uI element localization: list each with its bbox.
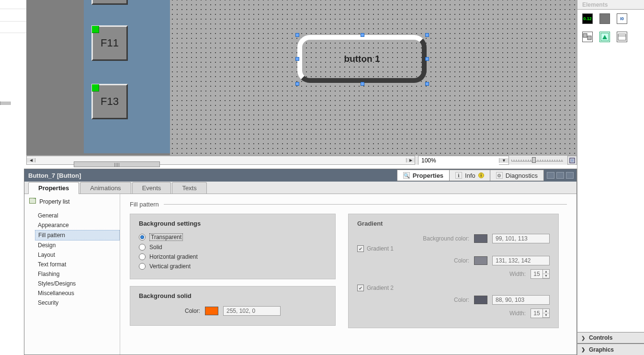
fkey-f11[interactable]: F11 <box>91 25 128 61</box>
toolbox-heading[interactable]: Elements <box>577 0 644 10</box>
panel-layout-1[interactable] <box>547 172 554 179</box>
left-ruler <box>0 0 26 153</box>
zoom-slider[interactable] <box>509 156 565 165</box>
canvas-bottom-bar: ◀ ▶ ▼ <box>26 155 577 165</box>
diagnostics-icon: ⚙ <box>496 172 503 179</box>
subtab-texts[interactable]: Texts <box>172 182 206 194</box>
tab-label: Properties <box>413 172 443 179</box>
toolbox-section-controls[interactable]: ❯ Controls <box>577 332 644 344</box>
g2-color-value[interactable]: 88, 90, 103 <box>492 295 550 305</box>
hscroll-thumb[interactable] <box>74 161 160 167</box>
tool-io-field-icon[interactable]: I0 <box>617 13 627 24</box>
subtab-events[interactable]: Events <box>132 182 171 194</box>
zoom-fit-button[interactable] <box>567 156 577 165</box>
zoom-dropdown-icon[interactable]: ▼ <box>499 158 508 163</box>
canvas-hscroll[interactable]: ◀ ▶ <box>26 156 415 165</box>
svg-rect-1 <box>571 159 574 162</box>
tree-item-general[interactable]: General <box>35 211 120 220</box>
bgcolor-label: Background color: <box>423 235 469 242</box>
panel-window-buttons <box>544 172 576 179</box>
g1-color-label: Color: <box>454 257 469 264</box>
fkey-label: F11 <box>101 37 119 49</box>
subtab-label: Animations <box>90 184 121 192</box>
g2-width-spin[interactable]: 15 ▲▼ <box>531 309 550 318</box>
subtab-label: Texts <box>182 184 196 192</box>
g2-color-label: Color: <box>454 297 469 303</box>
resize-handle-s[interactable] <box>361 82 364 86</box>
fkey-indicator <box>92 84 99 92</box>
g1-color-swatch[interactable] <box>474 256 487 265</box>
tree-item-mi-cellaneou-[interactable]: Miscellaneous <box>35 288 120 298</box>
tree-item-fill pattern[interactable]: Fill pattern <box>35 230 120 240</box>
g1-color-value[interactable]: 131, 132, 142 <box>492 256 550 265</box>
zoom-knob[interactable] <box>532 157 536 163</box>
gradient2-checkbox[interactable]: ✔ <box>357 285 364 291</box>
tree-item--ecurity[interactable]: Security <box>35 298 120 308</box>
hscroll-right[interactable]: ▶ <box>406 158 415 162</box>
subtab-animations[interactable]: Animations <box>80 182 131 194</box>
spin-up-icon[interactable]: ▲ <box>543 270 549 274</box>
subtab-properties[interactable]: Properties <box>28 182 79 194</box>
gradient1-checkbox[interactable]: ✔ <box>357 245 364 252</box>
resize-handle-e[interactable] <box>425 57 429 61</box>
radio-label: Solid <box>149 244 162 251</box>
fkey[interactable] <box>91 0 128 5</box>
resize-handle-n[interactable] <box>361 33 364 37</box>
solid-color-value[interactable]: 255, 102, 0 <box>223 306 281 316</box>
bg-option-transparent[interactable]: Transparent <box>139 232 327 242</box>
tree-item--tyle-de-ign-[interactable]: Styles/Designs <box>35 279 120 288</box>
bg-option-horizontal gradient[interactable]: Horizontal gradient <box>139 252 327 262</box>
g2-color-swatch[interactable] <box>474 296 487 304</box>
resize-handle-sw[interactable] <box>295 82 299 86</box>
property-list-icon <box>29 198 36 204</box>
bg-option-vertical gradient[interactable]: Vertical gradient <box>139 262 327 271</box>
tree-item-de-ign[interactable]: Design <box>35 240 120 250</box>
resize-handle-se[interactable] <box>425 82 429 86</box>
tree-item-text format[interactable]: Text format <box>35 260 120 269</box>
tree-item-layout[interactable]: Layout <box>35 250 120 260</box>
zoom-combo[interactable]: ▼ <box>418 156 509 165</box>
tool-graphic-io-icon[interactable] <box>599 32 610 42</box>
selection-group[interactable]: button 1 <box>290 31 436 89</box>
property-subtabs: Properties Animations Events Texts <box>24 182 576 194</box>
bg-option-solid[interactable]: Solid <box>139 242 327 252</box>
svg-rect-5 <box>618 34 626 40</box>
radio-icon <box>139 244 146 251</box>
resize-handle-nw[interactable] <box>295 33 299 37</box>
toolbox-heading-label: Elements <box>582 1 608 8</box>
tree-item-fla-hing[interactable]: Flashing <box>35 269 120 279</box>
canvas[interactable]: F11 F13 button 1 <box>26 0 577 155</box>
tab-properties[interactable]: 🔍 Properties <box>397 170 450 181</box>
tab-info[interactable]: ℹ Info i <box>449 170 490 181</box>
grad-bgcolor-value[interactable]: 99, 101, 113 <box>492 234 550 243</box>
tree-item-appearance[interactable]: Appearance <box>35 220 120 230</box>
resize-handle-w[interactable] <box>295 57 299 61</box>
solid-color-swatch[interactable] <box>205 307 218 315</box>
fkey-indicator <box>92 26 99 33</box>
panel-collapse[interactable] <box>566 172 574 179</box>
button-1[interactable]: button 1 <box>297 35 427 83</box>
g1-width-spin[interactable]: 15 ▲▼ <box>531 269 550 279</box>
group-title: Background settings <box>139 220 327 227</box>
color-label: Color: <box>185 308 200 314</box>
tool-button-icon[interactable] <box>599 13 610 24</box>
tool-date-time-icon[interactable] <box>617 32 627 42</box>
ruler-handle[interactable] <box>0 102 11 105</box>
toolbox-section-graphics[interactable]: ❯ Graphics <box>577 344 644 355</box>
property-list-header[interactable]: Property list <box>24 197 120 206</box>
tab-diagnostics[interactable]: ⚙ Diagnostics <box>490 170 544 181</box>
zoom-input[interactable] <box>418 156 499 165</box>
hscroll-left[interactable]: ◀ <box>27 158 35 162</box>
resize-handle-ne[interactable] <box>425 33 429 37</box>
group-gradient: Gradient Background color: 99, 101, 113 … <box>348 214 559 328</box>
group-title: Background solid <box>139 292 327 299</box>
radio-label: Vertical gradient <box>149 263 191 270</box>
panel-layout-2[interactable] <box>556 172 564 179</box>
spin-down-icon[interactable]: ▼ <box>543 274 549 278</box>
tool-numeric-io-icon[interactable]: 0.12 <box>582 13 593 24</box>
spin-down-icon[interactable]: ▼ <box>543 313 549 318</box>
spin-up-icon[interactable]: ▲ <box>543 309 549 313</box>
tool-symbolic-io-icon[interactable] <box>582 32 593 42</box>
grad-bgcolor-swatch[interactable] <box>474 234 487 243</box>
fkey-f13[interactable]: F13 <box>91 84 128 119</box>
